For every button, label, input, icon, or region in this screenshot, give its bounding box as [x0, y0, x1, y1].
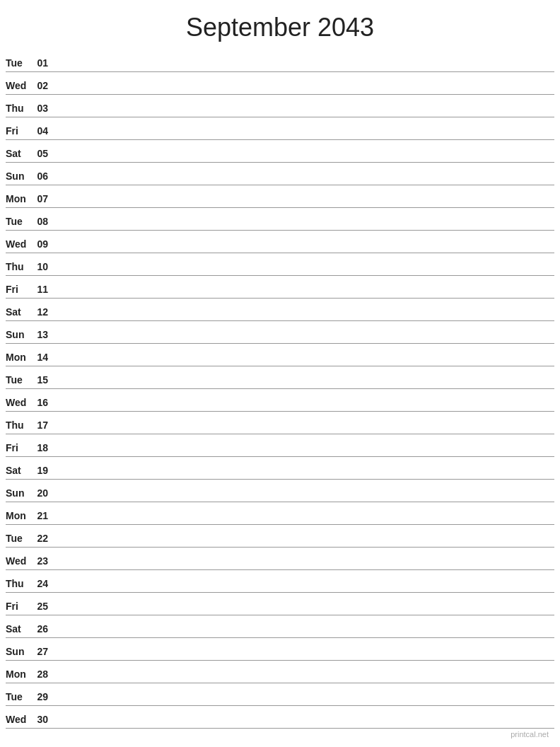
day-number: 07 [33, 193, 51, 206]
day-name: Thu [6, 578, 33, 591]
day-line [51, 499, 554, 500]
day-line [51, 92, 554, 93]
day-name: Sat [6, 148, 33, 161]
day-number: 28 [33, 668, 51, 681]
day-row: Sat26 [6, 615, 554, 638]
day-name: Sat [6, 623, 33, 636]
day-name: Mon [6, 668, 33, 681]
day-number: 09 [33, 238, 51, 251]
day-row: Tue08 [6, 208, 554, 231]
day-number: 30 [33, 714, 51, 726]
day-row: Mon07 [6, 185, 554, 208]
day-row: Fri18 [6, 434, 554, 457]
day-row: Sun20 [6, 480, 554, 502]
day-line [51, 613, 554, 613]
day-line [51, 432, 554, 432]
day-name: Wed [6, 714, 33, 726]
day-name: Wed [6, 397, 33, 410]
day-line [51, 635, 554, 636]
page-title: September 2043 [0, 0, 560, 50]
day-name: Fri [6, 442, 33, 455]
day-row: Tue15 [6, 366, 554, 389]
day-line [51, 567, 554, 568]
day-name: Wed [6, 555, 33, 568]
day-line [51, 160, 554, 161]
day-number: 08 [33, 216, 51, 228]
day-number: 27 [33, 646, 51, 659]
day-number: 13 [33, 329, 51, 342]
day-number: 29 [33, 691, 51, 704]
day-line [51, 681, 554, 681]
day-line [51, 703, 554, 704]
day-name: Fri [6, 601, 33, 613]
day-name: Mon [6, 510, 33, 523]
day-line [51, 273, 554, 274]
day-line [51, 477, 554, 477]
day-row: Fri11 [6, 276, 554, 299]
day-number: 25 [33, 601, 51, 613]
day-row: Thu24 [6, 570, 554, 593]
day-name: Wed [6, 80, 33, 93]
day-number: 15 [33, 374, 51, 387]
day-name: Sun [6, 329, 33, 342]
day-row: Mon21 [6, 502, 554, 525]
day-row: Sun27 [6, 638, 554, 661]
day-name: Tue [6, 691, 33, 704]
day-name: Tue [6, 216, 33, 228]
day-line [51, 115, 554, 115]
footer-text: printcal.net [511, 730, 549, 739]
day-line [51, 726, 554, 726]
day-line [51, 545, 554, 545]
day-line [51, 454, 554, 455]
day-row: Sun06 [6, 163, 554, 185]
day-row: Mon28 [6, 661, 554, 683]
day-row: Sat05 [6, 140, 554, 163]
day-row: Thu03 [6, 95, 554, 117]
day-number: 06 [33, 170, 51, 183]
day-row: Thu17 [6, 412, 554, 434]
day-number: 24 [33, 578, 51, 591]
day-row: Fri04 [6, 117, 554, 140]
day-name: Thu [6, 261, 33, 274]
day-name: Tue [6, 374, 33, 387]
day-number: 26 [33, 623, 51, 636]
day-name: Sun [6, 487, 33, 500]
day-row: Wed16 [6, 389, 554, 412]
day-row: Tue22 [6, 525, 554, 548]
day-name: Tue [6, 533, 33, 545]
day-row: Wed30 [6, 706, 554, 729]
day-name: Sat [6, 465, 33, 477]
day-line [51, 341, 554, 342]
day-row: Fri25 [6, 593, 554, 615]
day-name: Thu [6, 419, 33, 432]
calendar-list: Tue01Wed02Thu03Fri04Sat05Sun06Mon07Tue08… [0, 50, 560, 729]
day-number: 17 [33, 419, 51, 432]
day-row: Tue01 [6, 50, 554, 72]
day-line [51, 522, 554, 523]
day-line [51, 590, 554, 591]
day-name: Mon [6, 352, 33, 364]
day-number: 12 [33, 306, 51, 319]
day-line [51, 183, 554, 183]
day-row: Thu10 [6, 253, 554, 276]
day-line [51, 318, 554, 319]
day-row: Mon14 [6, 344, 554, 366]
day-row: Sun13 [6, 321, 554, 344]
day-name: Tue [6, 57, 33, 70]
day-line [51, 296, 554, 296]
day-number: 02 [33, 80, 51, 93]
day-line [51, 658, 554, 659]
day-line [51, 137, 554, 138]
day-name: Sat [6, 306, 33, 319]
day-name: Thu [6, 103, 33, 115]
day-number: 03 [33, 103, 51, 115]
day-row: Sat19 [6, 457, 554, 480]
day-name: Mon [6, 193, 33, 206]
day-number: 05 [33, 148, 51, 161]
day-line [51, 228, 554, 228]
day-row: Tue29 [6, 683, 554, 706]
day-row: Sat12 [6, 299, 554, 321]
day-row: Wed02 [6, 72, 554, 95]
day-number: 20 [33, 487, 51, 500]
day-line [51, 386, 554, 387]
